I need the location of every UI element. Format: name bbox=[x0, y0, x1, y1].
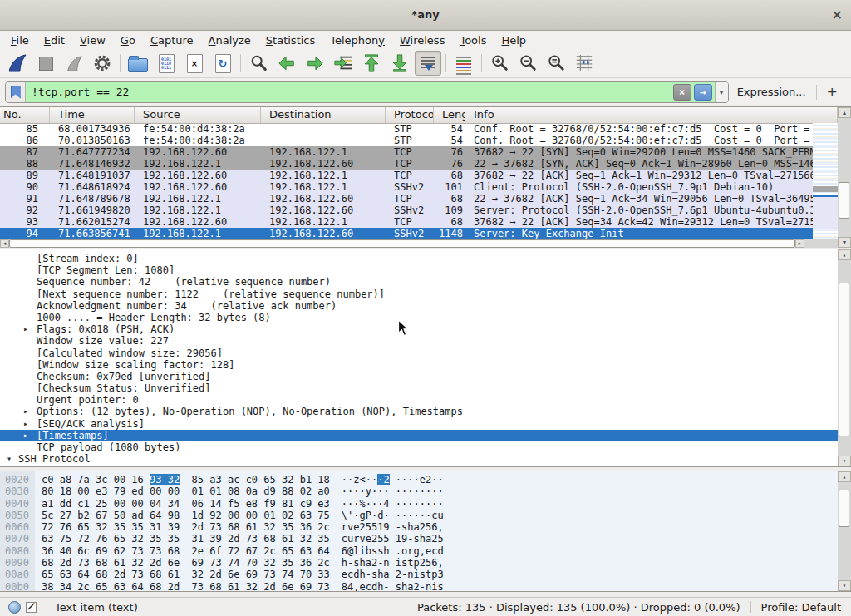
detail-line[interactable]: ▸[SEQ/ACK analysis] bbox=[0, 418, 838, 430]
hex-row-00a0[interactable]: 00a065 63 64 68 2d 73 68 61 32 2d 6e 69 … bbox=[0, 569, 851, 580]
filter-apply-button[interactable]: → bbox=[694, 84, 712, 101]
filter-bookmark-button[interactable] bbox=[6, 82, 26, 102]
go-first-packet-button[interactable] bbox=[358, 51, 385, 76]
hex-row-0050[interactable]: 00505c 27 b2 67 50 ad 64 98 1d 92 00 00 … bbox=[0, 510, 851, 521]
scroll-down-icon[interactable]: ▾ bbox=[838, 237, 851, 248]
detail-line[interactable]: [Window size scaling factor: 128] bbox=[0, 359, 838, 371]
close-capture-button[interactable]: × bbox=[181, 51, 208, 76]
bytes-vscrollbar[interactable]: ▴ ▾ bbox=[838, 471, 851, 591]
detail-line[interactable]: Window size value: 227 bbox=[0, 335, 838, 347]
packet-row-90[interactable]: 9071.648618924192.168.122.60192.168.122.… bbox=[0, 181, 813, 193]
detail-line[interactable]: Acknowledgment number: 34 (relative ack … bbox=[0, 300, 838, 312]
expand-closed-icon[interactable]: ▸ bbox=[23, 430, 28, 441]
menu-go[interactable]: Go bbox=[113, 32, 143, 48]
hex-row-00b0[interactable]: 00b038 34 2c 65 63 64 68 2d 73 68 61 32 … bbox=[0, 581, 851, 592]
detail-line[interactable]: ▾SSH Protocol bbox=[0, 453, 838, 465]
scroll-up-icon[interactable]: ▴ bbox=[838, 471, 851, 482]
hex-row-0090[interactable]: 009068 2d 73 68 61 32 2d 6e 69 73 74 70 … bbox=[0, 557, 851, 569]
filter-history-dropdown[interactable]: ▾ bbox=[715, 82, 728, 102]
scrollbar-thumb[interactable] bbox=[839, 283, 849, 436]
scroll-left-icon[interactable]: ◂ bbox=[0, 239, 9, 248]
column-header-destination[interactable]: Destination bbox=[261, 107, 386, 123]
expression-button[interactable]: Expression... bbox=[737, 86, 806, 98]
packet-row-93[interactable]: 9371.662015274192.168.122.60192.168.122.… bbox=[0, 216, 813, 228]
column-header-info[interactable]: Info bbox=[465, 107, 838, 123]
hex-row-0060[interactable]: 006072 76 65 32 35 35 31 39 2d 73 68 61 … bbox=[0, 521, 851, 533]
detail-line[interactable]: [Calculated window size: 29056] bbox=[0, 347, 838, 359]
filter-clear-button[interactable]: × bbox=[673, 84, 691, 101]
menu-capture[interactable]: Capture bbox=[143, 32, 201, 48]
detail-line[interactable]: [Stream index: 0] bbox=[0, 253, 838, 264]
detail-line[interactable]: ▸SSH Version 2 (encryption:chacha20-poly… bbox=[0, 465, 838, 467]
detail-line[interactable]: 1000 .... = Header Length: 32 bytes (8) bbox=[0, 312, 838, 323]
menu-analyze[interactable]: Analyze bbox=[201, 32, 258, 48]
zoom-out-button[interactable] bbox=[514, 51, 541, 76]
expand-closed-icon[interactable]: ▸ bbox=[23, 406, 28, 417]
resize-columns-button[interactable] bbox=[571, 51, 598, 76]
packet-list-hscrollbar[interactable]: ◂ ▸ bbox=[0, 239, 838, 248]
menu-telephony[interactable]: Telephony bbox=[322, 32, 392, 48]
scroll-right-icon[interactable]: ▸ bbox=[795, 239, 804, 248]
profile-button[interactable]: Profile: Default bbox=[761, 601, 841, 614]
expand-closed-icon[interactable]: ▸ bbox=[23, 418, 28, 430]
detail-line[interactable]: [TCP Segment Len: 1080] bbox=[0, 264, 838, 276]
menu-view[interactable]: View bbox=[72, 32, 113, 48]
menu-statistics[interactable]: Statistics bbox=[258, 32, 322, 48]
window-close-button[interactable]: × bbox=[832, 7, 843, 22]
detail-line[interactable]: ▸Flags: 0x018 (PSH, ACK) bbox=[0, 323, 838, 335]
expand-open-icon[interactable]: ▾ bbox=[7, 453, 12, 465]
menu-file[interactable]: File bbox=[3, 32, 37, 48]
stop-capture-button[interactable] bbox=[32, 51, 59, 76]
packet-row-87[interactable]: 8771.647777234192.168.122.60192.168.122.… bbox=[0, 146, 813, 158]
detail-line[interactable]: Checksum: 0x79ed [unverified] bbox=[0, 371, 838, 382]
detail-line[interactable]: ▸Options: (12 bytes), No-Operation (NOP)… bbox=[0, 406, 838, 417]
packet-row-85[interactable]: 8568.001734936fe:54:00:d4:38:2aSTP54Conf… bbox=[0, 123, 813, 135]
column-header-no[interactable]: No. bbox=[0, 107, 50, 123]
save-capture-button[interactable]: 010101100111 bbox=[153, 51, 180, 76]
column-header-source[interactable]: Source bbox=[135, 107, 261, 123]
scroll-up-icon[interactable]: ▴ bbox=[838, 249, 851, 260]
zoom-original-button[interactable] bbox=[543, 51, 569, 76]
detail-line[interactable]: Urgent pointer: 0 bbox=[0, 394, 838, 406]
display-filter-input[interactable]: !tcp.port == 22 × → bbox=[26, 82, 715, 102]
packet-row-92[interactable]: 9271.661949820192.168.122.1192.168.122.6… bbox=[0, 205, 813, 216]
colorize-button[interactable] bbox=[450, 51, 477, 76]
restart-capture-button[interactable] bbox=[61, 51, 87, 76]
go-forward-button[interactable] bbox=[302, 51, 328, 76]
column-header-protocol[interactable]: Protocol bbox=[386, 107, 434, 123]
capture-comment-icon[interactable] bbox=[26, 602, 37, 613]
packet-row-86[interactable]: 8670.013850163fe:54:00:d4:38:2aSTP54Conf… bbox=[0, 135, 813, 146]
intelligent-scrollbar-minimap[interactable] bbox=[813, 123, 838, 239]
column-header-length[interactable]: Length bbox=[434, 107, 465, 123]
scroll-up-icon[interactable]: ▴ bbox=[838, 107, 851, 118]
go-last-packet-button[interactable] bbox=[386, 51, 413, 76]
start-capture-button[interactable] bbox=[4, 51, 31, 76]
auto-scroll-button[interactable] bbox=[415, 51, 441, 76]
detail-line[interactable]: Sequence number: 42 (relative sequence n… bbox=[0, 276, 838, 288]
menu-edit[interactable]: Edit bbox=[37, 32, 72, 48]
menu-tools[interactable]: Tools bbox=[452, 32, 494, 48]
packet-list-vscrollbar[interactable]: ▴ ▾ bbox=[838, 107, 851, 248]
hex-row-0040[interactable]: 0040a1 dd c1 25 00 00 04 34 06 14 f5 e8 … bbox=[0, 498, 851, 510]
reload-capture-button[interactable]: ↻ bbox=[209, 51, 236, 76]
expert-info-icon[interactable] bbox=[8, 601, 21, 614]
hex-row-0080[interactable]: 008036 40 6c 69 62 73 73 68 2e 6f 72 67 … bbox=[0, 545, 851, 557]
zoom-in-button[interactable] bbox=[486, 51, 513, 76]
menu-wireless[interactable]: Wireless bbox=[392, 32, 452, 48]
detail-vscrollbar[interactable]: ▴ ▾ bbox=[838, 249, 851, 466]
window-titlebar[interactable]: *any × bbox=[0, 0, 851, 31]
open-capture-button[interactable] bbox=[125, 51, 151, 76]
expand-closed-icon[interactable]: ▸ bbox=[23, 323, 28, 335]
scrollbar-thumb[interactable] bbox=[839, 490, 849, 527]
column-header-time[interactable]: Time bbox=[50, 107, 135, 123]
capture-options-button[interactable] bbox=[89, 51, 116, 76]
packet-row-94[interactable]: 9471.663856741192.168.122.1192.168.122.6… bbox=[0, 228, 813, 239]
hex-row-0020[interactable]: 0020c0 a8 7a 3c 00 16 93 32 85 a3 ac c0 … bbox=[0, 474, 851, 485]
scroll-down-icon[interactable]: ▾ bbox=[838, 580, 851, 591]
hex-row-0070[interactable]: 007063 75 72 76 65 32 35 35 31 39 2d 73 … bbox=[0, 533, 851, 545]
detail-line[interactable]: [Checksum Status: Unverified] bbox=[0, 382, 838, 394]
menu-help[interactable]: Help bbox=[494, 32, 534, 48]
go-to-packet-button[interactable] bbox=[330, 51, 357, 76]
packet-row-91[interactable]: 9171.648789678192.168.122.1192.168.122.6… bbox=[0, 193, 813, 205]
filter-add-button[interactable]: + bbox=[827, 84, 838, 100]
